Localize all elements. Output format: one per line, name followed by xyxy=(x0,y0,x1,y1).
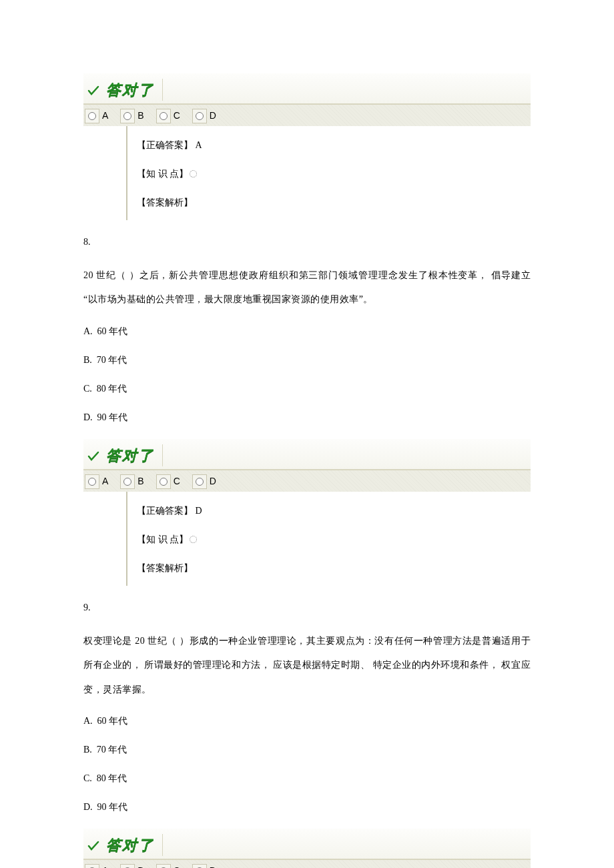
correct-answer-line: 【正确答案】 A xyxy=(137,138,531,152)
analysis-line: 【答案解析】 xyxy=(137,561,531,575)
correct-banner-text: 答对了 xyxy=(106,834,163,856)
question-option-d: D. 90 年代 xyxy=(83,800,531,814)
option-a[interactable]: A xyxy=(85,864,108,868)
answer-options: A B C D xyxy=(83,104,531,126)
option-c[interactable]: C xyxy=(156,109,180,123)
bullet-icon xyxy=(190,536,197,543)
correct-banner-text: 答对了 xyxy=(106,79,163,101)
knowledge-line: 【知 识 点】 xyxy=(137,167,531,181)
option-c[interactable]: C xyxy=(156,474,180,489)
analysis-line: 【答案解析】 xyxy=(137,195,531,209)
check-icon xyxy=(87,83,101,97)
check-icon xyxy=(87,448,101,462)
question-option-b: B. 70 年代 xyxy=(83,353,531,367)
option-b[interactable]: B xyxy=(120,474,143,489)
correct-banner-text: 答对了 xyxy=(106,444,163,466)
question-option-a: A. 60 年代 xyxy=(83,324,531,338)
answer-details: 【正确答案】 D 【知 识 点】 【答案解析】 xyxy=(126,492,531,586)
question-option-d: D. 90 年代 xyxy=(83,410,531,424)
option-d[interactable]: D xyxy=(192,109,216,123)
answer-details: 【正确答案】 A 【知 识 点】 【答案解析】 xyxy=(126,126,531,220)
option-a[interactable]: A xyxy=(85,109,108,123)
answer-banner: 答对了 xyxy=(83,73,531,104)
option-c[interactable]: C xyxy=(156,864,180,868)
correct-answer-line: 【正确答案】 D xyxy=(137,504,531,518)
answer-banner: 答对了 xyxy=(83,829,531,859)
knowledge-line: 【知 识 点】 xyxy=(137,532,531,546)
option-a[interactable]: A xyxy=(85,474,108,489)
answer-options: A B C D xyxy=(83,859,531,868)
check-icon xyxy=(87,838,101,852)
bullet-icon xyxy=(190,170,197,177)
question-number: 8. xyxy=(83,235,531,249)
question-number: 9. xyxy=(83,600,531,614)
question-options: A. 60 年代 B. 70 年代 C. 80 年代 D. 90 年代 xyxy=(83,714,531,814)
option-d[interactable]: D xyxy=(192,474,216,489)
option-b[interactable]: B xyxy=(120,864,143,868)
question-option-c: C. 80 年代 xyxy=(83,382,531,396)
option-d[interactable]: D xyxy=(192,864,216,868)
answer-options: A B C D xyxy=(83,470,531,492)
question-text: 权变理论是 20 世纪（ ）形成的一种企业管理理论，其主要观点为：没有任何一种管… xyxy=(83,629,531,702)
option-b[interactable]: B xyxy=(120,109,143,123)
question-option-b: B. 70 年代 xyxy=(83,743,531,757)
answer-banner: 答对了 xyxy=(83,439,531,470)
question-option-c: C. 80 年代 xyxy=(83,771,531,785)
question-options: A. 60 年代 B. 70 年代 C. 80 年代 D. 90 年代 xyxy=(83,324,531,424)
question-option-a: A. 60 年代 xyxy=(83,714,531,728)
question-text: 20 世纪（ ）之后，新公共管理思想使政府组织和第三部门领域管理理念发生了根本性… xyxy=(83,264,531,312)
